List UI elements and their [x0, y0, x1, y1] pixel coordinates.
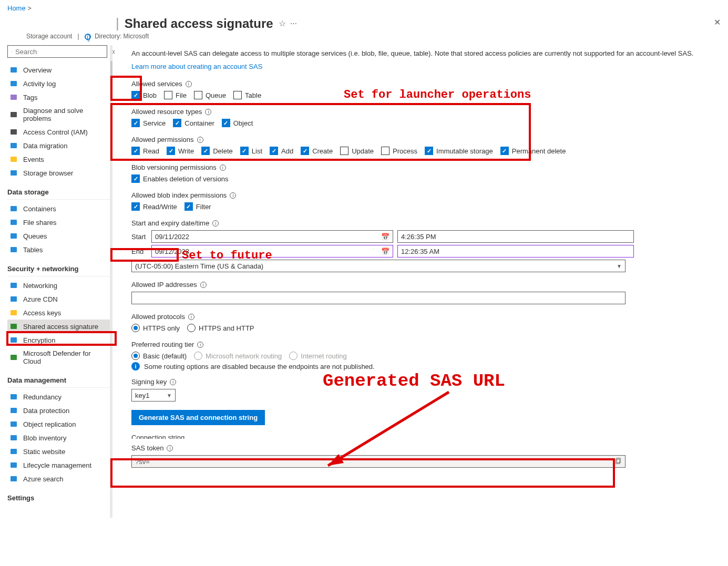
checkbox[interactable] — [184, 202, 193, 211]
generate-button[interactable]: Generate SAS and connection string — [131, 410, 265, 425]
info-icon[interactable]: i — [212, 220, 219, 227]
sidebar-item-data-protection[interactable]: Data protection — [7, 404, 110, 417]
perm-add[interactable]: Add — [270, 147, 293, 155]
service-file[interactable]: File — [164, 91, 187, 99]
perm-create[interactable]: Create — [301, 147, 333, 155]
sidebar-item-activity-log[interactable]: Activity log — [7, 77, 110, 90]
search-input[interactable] — [15, 48, 104, 56]
resource-object[interactable]: Object — [222, 119, 253, 127]
info-icon[interactable]: i — [167, 445, 173, 451]
perm-immutable-storage[interactable]: Immutable storage — [425, 147, 493, 155]
perm-list[interactable]: List — [240, 147, 262, 155]
sidebar-item-storage-browser[interactable]: Storage browser — [7, 166, 110, 180]
sidebar-item-static-website[interactable]: Static website — [7, 445, 110, 458]
resource-container[interactable]: Container — [173, 119, 214, 127]
service-blob[interactable]: Blob — [131, 91, 157, 99]
checkbox[interactable] — [233, 91, 242, 99]
checkbox[interactable] — [500, 147, 509, 155]
scrollbar-thumb[interactable] — [110, 61, 112, 85]
radio[interactable] — [187, 324, 196, 332]
ip-input[interactable] — [131, 292, 626, 304]
checkbox[interactable] — [340, 147, 348, 155]
sas-token-field[interactable]: ?sv= — [131, 455, 626, 468]
sidebar-item-queues[interactable]: Queues — [7, 229, 110, 243]
checkbox[interactable] — [167, 147, 175, 155]
radio[interactable] — [131, 324, 140, 332]
sidebar-item-azure-search[interactable]: Azure search — [7, 472, 110, 486]
checkbox[interactable] — [201, 147, 210, 155]
start-time-input[interactable]: 4:26:35 PM — [397, 230, 634, 243]
sidebar-item-blob-inventory[interactable]: Blob inventory — [7, 431, 110, 445]
info-icon[interactable]: i — [170, 379, 176, 385]
protocol-https-and-http[interactable]: HTTPS and HTTP — [187, 324, 254, 332]
checkbox[interactable] — [131, 174, 140, 183]
sidebar-item-tags[interactable]: Tags — [7, 90, 110, 104]
end-date-input[interactable]: 09/12/2023📅 — [151, 245, 393, 258]
sidebar-item-overview[interactable]: Overview — [7, 63, 110, 77]
checkbox[interactable] — [301, 147, 309, 155]
bver-enables-deletion-of-versions[interactable]: Enables deletion of versions — [131, 174, 229, 183]
perm-permanent-delete[interactable]: Permanent delete — [500, 147, 566, 155]
sidebar-item-data-migration[interactable]: Data migration — [7, 139, 110, 152]
bidx-read-write[interactable]: Read/Write — [131, 202, 177, 211]
perm-process[interactable]: Process — [381, 147, 417, 155]
perm-write[interactable]: Write — [167, 147, 194, 155]
checkbox[interactable] — [270, 147, 278, 155]
radio[interactable] — [131, 352, 140, 360]
sidebar-item-tables[interactable]: Tables — [7, 243, 110, 256]
timezone-select[interactable]: (UTC-05:00) Eastern Time (US & Canada)▼ — [131, 260, 626, 272]
info-icon[interactable]: i — [205, 109, 211, 115]
service-table[interactable]: Table — [233, 91, 261, 99]
info-icon[interactable]: i — [186, 81, 192, 87]
close-icon[interactable]: ✕ — [714, 17, 721, 27]
checkbox[interactable] — [240, 147, 249, 155]
sidebar-item-encryption[interactable]: Encryption — [7, 333, 110, 347]
checkbox[interactable] — [131, 91, 140, 99]
service-queue[interactable]: Queue — [194, 91, 226, 99]
sidebar-item-file-shares[interactable]: File shares — [7, 215, 110, 229]
perm-delete[interactable]: Delete — [201, 147, 233, 155]
signing-key-select[interactable]: key1▼ — [131, 389, 176, 402]
sidebar-item-access-control-iam-[interactable]: Access Control (IAM) — [7, 125, 110, 139]
perm-update[interactable]: Update — [340, 147, 374, 155]
checkbox[interactable] — [131, 202, 140, 211]
info-icon[interactable]: i — [197, 342, 203, 348]
favorite-icon[interactable]: ☆ — [279, 18, 286, 28]
routing-basic-default-[interactable]: Basic (default) — [131, 352, 187, 360]
checkbox[interactable] — [131, 147, 140, 155]
info-icon[interactable]: i — [200, 282, 207, 288]
perm-read[interactable]: Read — [131, 147, 159, 155]
sidebar-item-redundancy[interactable]: Redundancy — [7, 390, 110, 404]
sidebar-item-shared-access-signature[interactable]: Shared access signature — [7, 320, 110, 333]
learn-more-link[interactable]: Learn more about creating an account SAS — [131, 63, 262, 70]
info-icon[interactable]: i — [188, 314, 194, 320]
info-icon[interactable]: i — [230, 192, 236, 199]
sidebar-item-access-keys[interactable]: Access keys — [7, 306, 110, 320]
sidebar-item-events[interactable]: Events — [7, 152, 110, 166]
breadcrumb-home[interactable]: Home — [7, 4, 26, 12]
sidebar-item-diagnose-and-solve-problems[interactable]: Diagnose and solve problems — [7, 104, 110, 125]
info-icon[interactable]: i — [197, 137, 203, 143]
sidebar-item-azure-cdn[interactable]: Azure CDN — [7, 292, 110, 306]
checkbox[interactable] — [164, 91, 172, 99]
checkbox[interactable] — [131, 119, 140, 127]
end-time-input[interactable]: 12:26:35 AM — [397, 245, 634, 258]
protocol-https-only[interactable]: HTTPS only — [131, 324, 180, 332]
bidx-filter[interactable]: Filter — [184, 202, 211, 211]
checkbox[interactable] — [222, 119, 230, 127]
checkbox[interactable] — [173, 119, 181, 127]
checkbox[interactable] — [381, 147, 389, 155]
checkbox[interactable] — [194, 91, 202, 99]
sidebar-item-microsoft-defender-for-cloud[interactable]: Microsoft Defender for Cloud — [7, 347, 110, 368]
checkbox[interactable] — [425, 147, 433, 155]
start-date-input[interactable]: 09/11/2022📅 — [151, 230, 393, 243]
sidebar-item-networking[interactable]: Networking — [7, 279, 110, 292]
resource-service[interactable]: Service — [131, 119, 166, 127]
search-input-wrapper[interactable] — [7, 45, 107, 58]
more-icon[interactable]: ⋯ — [290, 19, 297, 27]
sidebar-item-lifecycle-management[interactable]: Lifecycle management — [7, 458, 110, 472]
sidebar-item-object-replication[interactable]: Object replication — [7, 417, 110, 431]
info-icon[interactable]: i — [220, 164, 226, 171]
sidebar-item-containers[interactable]: Containers — [7, 202, 110, 215]
copy-icon[interactable] — [614, 458, 622, 465]
